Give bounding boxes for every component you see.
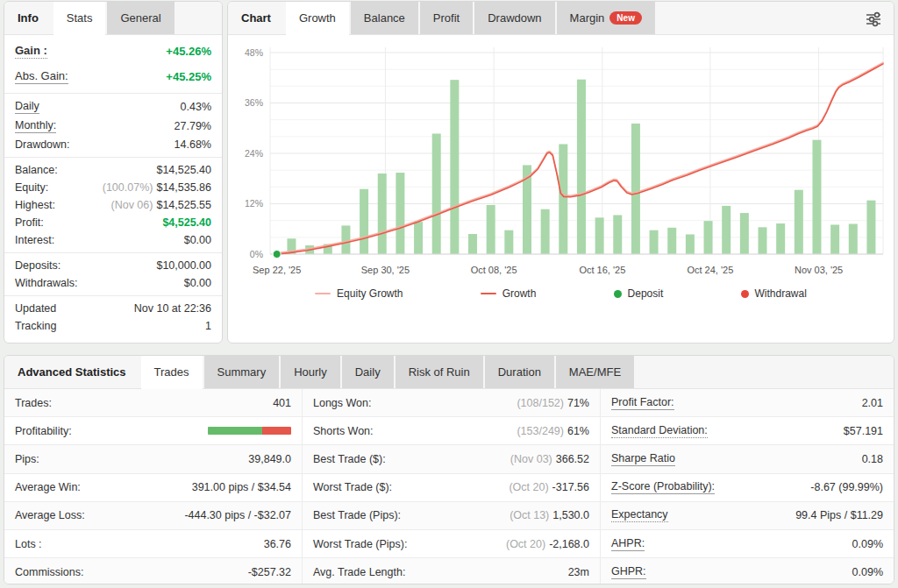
info-group-2: Balance:$14,525.40Equity:(100.07%)$14,53… bbox=[4, 158, 222, 253]
ghpr-amount: 0.09% bbox=[852, 566, 883, 578]
interest-row: Interest:$0.00 bbox=[4, 231, 222, 249]
deposit-marker-dot bbox=[273, 251, 281, 259]
info-tab-info[interactable]: Info bbox=[4, 2, 52, 34]
chart-tab-profit[interactable]: Profit bbox=[420, 2, 473, 34]
worst-trade-row: Worst Trade ($):(Oct 20)-317.56 bbox=[303, 474, 600, 502]
stats-tab-advanced-statistics[interactable]: Advanced Statistics bbox=[4, 356, 139, 388]
standard-deviation-label[interactable]: Standard Deviation: bbox=[611, 424, 708, 438]
expectancy-label[interactable]: Expectancy bbox=[611, 508, 668, 522]
z-score-probability-row: Z-Score (Probability):-8.67 (99.99%) bbox=[601, 474, 894, 502]
daily-gain-bar bbox=[830, 224, 839, 254]
deposit-swatch-icon bbox=[614, 290, 622, 298]
chart-tabstrip: ChartGrowthBalanceProfitDrawdownMarginNe… bbox=[228, 2, 894, 35]
pips-value: 39,849.0 bbox=[248, 453, 291, 465]
chart-tab-chart[interactable]: Chart bbox=[228, 2, 284, 34]
avg-trade-length-label: Avg. Trade Length: bbox=[313, 566, 405, 578]
ghpr-label[interactable]: GHPR: bbox=[611, 565, 646, 579]
info-panel: InfoStatsGeneral Gain :+45.26%Abs. Gain:… bbox=[4, 1, 223, 344]
daily-gain-bar bbox=[776, 223, 785, 254]
new-badge: New bbox=[609, 11, 642, 25]
highest-value: (Nov 06)$14,525.55 bbox=[111, 199, 212, 211]
profit-label: Profit: bbox=[15, 216, 44, 229]
gain-amount: +45.26% bbox=[166, 45, 211, 58]
interest-label: Interest: bbox=[15, 234, 54, 246]
lots-amount: 36.76 bbox=[264, 538, 291, 550]
commissions-value: -$257.32 bbox=[248, 566, 291, 578]
expectancy-row: Expectancy99.4 Pips / $11.29 bbox=[601, 502, 894, 530]
average-loss-amount: -444.30 pips / -$32.07 bbox=[184, 509, 291, 521]
legend-item-equity-growth[interactable]: Equity Growth bbox=[315, 287, 403, 300]
info-group-1: Daily0.43%Monthly:27.79%Drawdown:14.68% bbox=[4, 94, 222, 158]
drawdown-value: 14.68% bbox=[175, 138, 211, 151]
trades-amount: 401 bbox=[273, 397, 291, 409]
legend-label: Growth bbox=[502, 287, 537, 300]
average-win-amount: 391.00 pips / $34.54 bbox=[192, 481, 291, 493]
stats-tab-trades[interactable]: Trades bbox=[141, 356, 203, 389]
lots-label: Lots : bbox=[15, 538, 42, 550]
avg-trade-length-row: Avg. Trade Length:23m bbox=[303, 558, 600, 584]
commissions-row: Commissions:-$257.32 bbox=[4, 558, 302, 584]
info-group-0: Gain :+45.26%Abs. Gain:+45.25% bbox=[4, 35, 222, 94]
shorts-won-row: Shorts Won:(153/249)61% bbox=[303, 417, 600, 445]
tracking-value: 1 bbox=[205, 320, 211, 332]
monthly-label[interactable]: Monthly: bbox=[15, 119, 56, 133]
daily-gain-bar bbox=[667, 228, 676, 254]
drawdown-amount: 14.68% bbox=[175, 138, 211, 151]
daily-gain-bar bbox=[812, 140, 821, 254]
profit-factor-row: Profit Factor:2.01 bbox=[601, 389, 894, 417]
chart-settings-icon[interactable] bbox=[864, 10, 883, 32]
longs-won-muted: (108/152) bbox=[517, 397, 564, 409]
legend-label: Deposit bbox=[628, 287, 664, 300]
worst-trade-pips-value: (Oct 20)-2,168.0 bbox=[506, 538, 589, 550]
daily-gain-bar bbox=[686, 234, 695, 254]
y-axis-tick-label: 24% bbox=[245, 148, 263, 159]
stats-tab-label: Advanced Statistics bbox=[18, 365, 126, 379]
ahpr-label[interactable]: AHPR: bbox=[611, 537, 645, 551]
longs-won-amount: 71% bbox=[567, 397, 589, 409]
profit-factor-label[interactable]: Profit Factor: bbox=[611, 396, 674, 410]
legend-item-deposit[interactable]: Deposit bbox=[614, 287, 664, 300]
withdrawals-amount: $0.00 bbox=[184, 277, 211, 289]
daily-gain-bar bbox=[722, 206, 731, 254]
gain-label[interactable]: Gain : bbox=[15, 44, 47, 59]
chart-tab-drawdown[interactable]: Drawdown bbox=[474, 2, 554, 34]
stats-tab-mae-mfe[interactable]: MAE/MFE bbox=[556, 356, 634, 388]
chart-tab-balance[interactable]: Balance bbox=[351, 2, 418, 34]
pips-amount: 39,849.0 bbox=[248, 453, 291, 465]
expectancy-value: 99.4 Pips / $11.29 bbox=[795, 509, 883, 521]
updated-label: Updated bbox=[15, 302, 56, 315]
equity-growth-swatch-icon bbox=[315, 293, 331, 294]
daily-gain-bar bbox=[866, 201, 875, 254]
best-trade-label: Best Trade ($): bbox=[313, 453, 386, 465]
chart-tab-margin[interactable]: MarginNew bbox=[557, 2, 655, 34]
stats-tab-daily[interactable]: Daily bbox=[342, 356, 394, 388]
sharpe-ratio-label[interactable]: Sharpe Ratio bbox=[611, 452, 675, 466]
y-axis-tick-label: 0% bbox=[250, 249, 263, 259]
monthly-row: Monthly:27.79% bbox=[4, 117, 222, 136]
stats-tab-summary[interactable]: Summary bbox=[204, 356, 280, 388]
profit-row: Profit:$4,525.40 bbox=[4, 214, 222, 231]
longs-won-row: Longs Won:(108/152)71% bbox=[303, 389, 600, 417]
stats-tab-risk-of-ruin[interactable]: Risk of Ruin bbox=[396, 356, 483, 388]
stats-column-3: Profit Factor:2.01Standard Deviation:$57… bbox=[601, 389, 894, 584]
shorts-won-label: Shorts Won: bbox=[313, 425, 374, 437]
highest-muted: (Nov 06) bbox=[111, 199, 153, 211]
info-tab-stats[interactable]: Stats bbox=[53, 2, 106, 35]
legend-item-growth[interactable]: Growth bbox=[481, 287, 537, 300]
info-tab-general[interactable]: General bbox=[107, 2, 174, 34]
daily-label[interactable]: Daily bbox=[15, 100, 39, 114]
advanced-statistics-panel: Advanced StatisticsTradesSummaryHourlyDa… bbox=[4, 355, 894, 584]
stats-tab-duration[interactable]: Duration bbox=[485, 356, 554, 388]
abs-gain-label[interactable]: Abs. Gain: bbox=[15, 69, 68, 84]
legend-item-withdrawal[interactable]: Withdrawal bbox=[741, 287, 807, 300]
balance-value: $14,525.40 bbox=[156, 164, 211, 176]
balance-row: Balance:$14,525.40 bbox=[4, 161, 222, 179]
daily-gain-bar bbox=[432, 133, 441, 254]
best-trade-pips-label: Best Trade (Pips): bbox=[313, 509, 401, 521]
stats-tab-hourly[interactable]: Hourly bbox=[281, 356, 340, 388]
chart-tab-growth[interactable]: Growth bbox=[286, 2, 349, 35]
daily-gain-bar bbox=[468, 234, 477, 254]
z-score-probability-label[interactable]: Z-Score (Probability): bbox=[611, 480, 715, 494]
daily-gain-bar bbox=[740, 213, 749, 254]
drawdown-label: Drawdown: bbox=[15, 138, 70, 151]
